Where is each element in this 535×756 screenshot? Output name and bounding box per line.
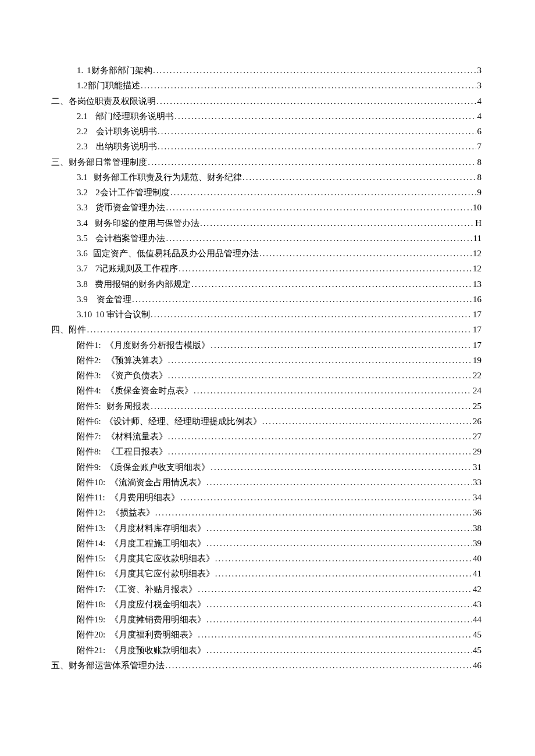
toc-title: 《月度其它应付款明细表》 [110,566,215,581]
toc-leader-dots [87,322,472,337]
toc-entry[interactable]: 1.1财务部部门架构3 [51,63,482,78]
toc-entry[interactable]: 附件14:《月度工程施工明细表》39 [51,536,482,551]
toc-number: 3.9 [77,292,88,307]
toc-page-number: 4 [476,94,482,109]
toc-entry[interactable]: 附件5:财务周报表25 [51,399,482,414]
toc-entry[interactable]: 3.4财务印鉴的使用与保管办法H [51,216,482,231]
toc-page-number: 26 [472,414,482,429]
toc-number: 附件16: [77,566,105,581]
toc-entry[interactable]: 附件21:《月度预收账款明细表》45 [51,643,482,658]
toc-title: 财务部运营体系管理办法 [69,658,165,673]
toc-number: 3.8 [77,277,88,292]
toc-page-number: 17 [472,338,482,353]
toc-entry[interactable]: 附件13:《月度材料库存明细表》38 [51,521,482,536]
toc-number: 3.5 [77,231,88,246]
toc-leader-dots [211,338,472,353]
toc-number: 附件1: [77,338,101,353]
toc-page-number: 31 [472,460,482,475]
toc-entry[interactable]: 附件12:《损益表》36 [51,505,482,520]
toc-entry[interactable]: 附件2:《预算决算表》19 [51,353,482,368]
toc-entry[interactable]: 2.1部门经理职务说明书4 [51,109,482,124]
toc-title: 《流淌资金占用情况表》 [110,475,206,490]
toc-page-number: 22 [472,368,482,383]
toc-entry[interactable]: 3.8费用报销的财务内部规定13 [51,277,482,292]
toc-entry[interactable]: 3.6固定资产、低值易耗品及办公用品管理办法12 [51,246,482,261]
toc-leader-dots [206,521,472,536]
toc-entry[interactable]: 附件6:《设计师、经理、经理助理提成比例表》26 [51,414,482,429]
toc-page-number: 25 [472,399,482,414]
toc-leader-dots [170,185,476,200]
toc-page-number: 39 [472,536,482,551]
toc-page-number: 11 [472,231,482,246]
toc-number: 2.2 [77,124,88,139]
toc-entry[interactable]: 五、财务部运营体系管理办法46 [51,658,482,673]
toc-number: 附件17: [77,582,105,597]
toc-entry[interactable]: 四、附件17 [51,322,482,337]
toc-number: 附件12: [77,505,105,520]
toc-entry[interactable]: 1.2部门职能描述3 [51,78,482,93]
toc-title: 10 审计合议制 [95,307,150,322]
toc-number: 2.3 [77,139,88,154]
toc-page-number: 45 [472,643,482,658]
toc-title: 2会计工作管理制度 [95,185,170,200]
toc-leader-dots [168,368,472,383]
toc-entry[interactable]: 3.5会计档案管理办法11 [51,231,482,246]
toc-entry[interactable]: 3.77记账规则及工作程序12 [51,261,482,276]
toc-entry[interactable]: 3.1财务部工作职责及行为规范、财务纪律8 [51,170,482,185]
toc-entry[interactable]: 2.2会计职务说明书6 [51,124,482,139]
toc-entry[interactable]: 3.3货币资金管理办法10 [51,200,482,215]
toc-title: 1财务部部门架构 [87,63,152,78]
toc-leader-dots [206,536,472,551]
toc-leader-dots [206,643,472,658]
toc-leader-dots [168,429,472,444]
toc-entry[interactable]: 2.3出纳职务说明书7 [51,139,482,154]
toc-title: 《设计师、经理、经理助理提成比例表》 [105,414,262,429]
toc-entry[interactable]: 附件1:《月度财务分析报告模版》17 [51,338,482,353]
toc-entry[interactable]: 附件17:《工资、补贴月报表》42 [51,582,482,597]
toc-leader-dots [242,170,476,185]
toc-leader-dots [148,155,476,170]
toc-leader-dots [151,307,472,322]
toc-entry[interactable]: 3.9资金管理16 [51,292,482,307]
toc-title: 固定资产、低值易耗品及办公用品管理办法 [93,246,259,261]
toc-title: 7记账规则及工作程序 [95,261,179,276]
toc-entry[interactable]: 附件9:《质保金账户收支明细表》31 [51,460,482,475]
toc-entry[interactable]: 附件20:《月度福利费明细表》45 [51,627,482,642]
toc-entry[interactable]: 附件18:《月度应付税金明细表》43 [51,597,482,612]
toc-number: 附件18: [77,597,105,612]
toc-entry[interactable]: 附件7:《材料流量表》27 [51,429,482,444]
toc-leader-dots [141,78,476,93]
toc-entry[interactable]: 三、财务部日常管理制度8 [51,155,482,170]
toc-entry[interactable]: 附件8:《工程日报表》29 [51,444,482,459]
toc-page-number: 13 [472,277,482,292]
toc-number: 3.6 [77,246,88,261]
toc-entry[interactable]: 附件4:《质保金资金时点表》24 [51,383,482,398]
toc-number: 2.1 [77,109,88,124]
toc-number: 附件5: [77,399,101,414]
toc-title: 资金管理 [97,292,131,307]
toc-title: 《月度应付税金明细表》 [110,597,206,612]
toc-number: 3.4 [77,216,88,231]
toc-title: 费用报销的财务内部规定 [95,277,191,292]
toc-page-number: 17 [472,307,482,322]
toc-page-number: 4 [476,109,482,124]
toc-entry[interactable]: 附件16:《月度其它应付款明细表》41 [51,566,482,581]
toc-entry[interactable]: 二、各岗位职责及权限说明4 [51,94,482,109]
toc-entry[interactable]: 3.1010 审计合议制17 [51,307,482,322]
toc-title: 会计档案管理办法 [95,231,165,246]
toc-leader-dots [158,124,476,139]
toc-entry[interactable]: 附件19:《月度摊销费用明细表》44 [51,612,482,627]
toc-title: 财务印鉴的使用与保管办法 [95,216,199,231]
toc-number: 附件10: [77,475,105,490]
toc-entry[interactable]: 附件10:《流淌资金占用情况表》33 [51,475,482,490]
toc-page-number: 33 [472,475,482,490]
toc-title: 《质保金资金时点表》 [106,383,193,398]
toc-leader-dots [165,658,472,673]
toc-entry[interactable]: 3.22会计工作管理制度9 [51,185,482,200]
toc-entry[interactable]: 附件3:《资产负债表》22 [51,368,482,383]
toc-title: 会计职务说明书 [96,124,157,139]
toc-entry[interactable]: 附件15:《月度其它应收款明细表》40 [51,551,482,566]
toc-leader-dots [180,490,472,505]
toc-entry[interactable]: 附件11:《月费用明细表》34 [51,490,482,505]
toc-page-number: 46 [472,658,482,673]
